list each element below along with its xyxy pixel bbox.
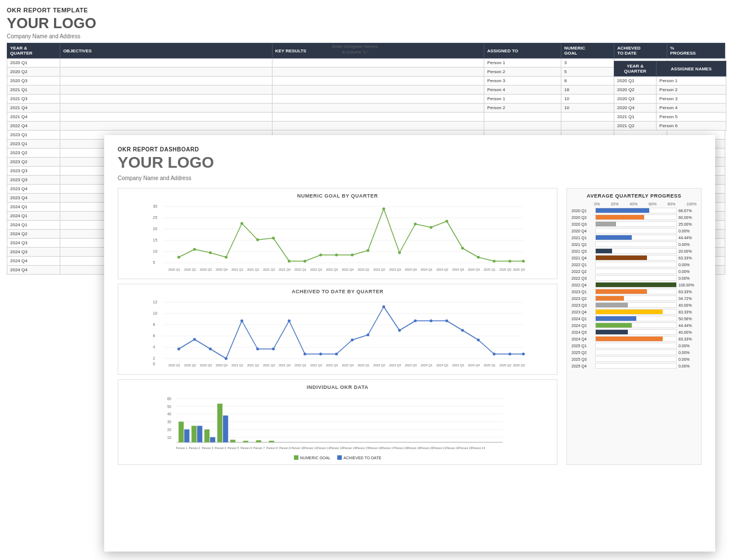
progress-row: 2020 Q4 0.00% (572, 228, 697, 234)
svg-text:2025
Q3: 2025 Q3 (513, 268, 525, 271)
svg-text:2025
Q1: 2025 Q1 (484, 268, 496, 271)
svg-rect-134 (191, 426, 197, 442)
svg-text:2021
Q3: 2021 Q3 (263, 268, 275, 271)
bg-company: Company Name and Address (7, 33, 725, 39)
svg-text:2023
Q3: 2023 Q3 (389, 364, 401, 367)
svg-text:4: 4 (153, 345, 155, 349)
header-year-quarter: YEAR &QUARTER (7, 43, 60, 59)
svg-text:50: 50 (167, 405, 172, 409)
cell-key-results (272, 95, 484, 104)
svg-text:2022
Q3: 2022 Q3 (326, 364, 338, 367)
progress-percentage: 40.00% (679, 330, 697, 334)
svg-text:Person 4: Person 4 (215, 446, 226, 450)
progress-percentage: 0.00% (679, 344, 697, 348)
assignee-yq: 2021 Q1 (614, 113, 657, 122)
progress-bar (596, 310, 663, 314)
progress-bar (596, 296, 624, 301)
cell-objectives (60, 86, 273, 95)
progress-bar-container (595, 309, 677, 315)
svg-point-77 (256, 348, 259, 351)
svg-text:2025
Q2: 2025 Q2 (499, 268, 511, 271)
achieved-title: ACHEIVED TO DATE BY QUARTER (123, 289, 552, 294)
svg-point-18 (272, 237, 275, 240)
progress-bar (596, 283, 676, 287)
progress-row-label: 2020 Q2 (572, 216, 595, 219)
svg-text:2023
Q4: 2023 Q4 (405, 268, 417, 271)
svg-rect-136 (204, 429, 209, 442)
svg-point-85 (382, 306, 385, 308)
cell-objectives (60, 95, 273, 104)
svg-text:2024
Q1: 2024 Q1 (421, 364, 432, 367)
svg-rect-142 (256, 440, 261, 442)
progress-percentage: 44.44% (679, 324, 697, 328)
charts-column: NUMERIC GOAL BY QUARTER 30 25 20 15 10 5 (118, 188, 557, 465)
progress-percentage: 0.00% (679, 270, 697, 274)
svg-point-24 (367, 249, 369, 252)
cell-objectives (60, 113, 273, 122)
svg-text:25: 25 (153, 216, 158, 219)
svg-text:60: 60 (167, 397, 172, 401)
assignee-row: 2020 Q1 Person 1 (614, 77, 726, 86)
svg-text:2020
Q1: 2020 Q1 (168, 364, 180, 367)
progress-row-label: 2023 Q4 (572, 310, 595, 314)
svg-text:Person 18: Person 18 (395, 446, 408, 450)
assignee-name: Person 3 (657, 95, 726, 104)
cell-year-quarter: 2023 Q1 (7, 131, 60, 140)
svg-text:30: 30 (167, 420, 172, 424)
svg-rect-135 (197, 426, 202, 442)
svg-text:2021
Q1: 2021 Q1 (231, 364, 243, 367)
svg-text:30: 30 (153, 204, 158, 208)
cell-year-quarter: 2024 Q1 (7, 212, 60, 221)
progress-bar-container (595, 235, 677, 240)
svg-point-92 (493, 353, 496, 356)
progress-row-label: 2023 Q1 (572, 290, 595, 294)
progress-bar (596, 222, 616, 226)
svg-rect-133 (184, 429, 189, 442)
cell-year-quarter: 2024 Q3 (7, 248, 60, 257)
svg-point-86 (398, 329, 401, 332)
svg-text:2021
Q1: 2021 Q1 (231, 268, 243, 271)
svg-text:Person 9: Person 9 (279, 446, 291, 450)
svg-text:40: 40 (167, 412, 172, 416)
progress-bar-container (595, 214, 677, 220)
svg-point-74 (209, 348, 212, 351)
cell-year-quarter: 2024 Q2 (7, 230, 60, 239)
svg-text:0: 0 (153, 362, 155, 366)
header-assigned-to: ASSIGNED TO (484, 43, 561, 59)
progress-percentage: 63.33% (679, 256, 697, 260)
svg-text:Person 17: Person 17 (382, 446, 395, 450)
cell-year-quarter: 2020 Q3 (7, 77, 60, 86)
progress-row-label: 2022 Q2 (572, 270, 595, 274)
cell-goal: 5 (561, 68, 614, 77)
svg-point-27 (414, 223, 417, 226)
progress-percentage: 83.33% (679, 310, 697, 314)
cell-objectives (60, 104, 273, 113)
progress-row-label: 2022 Q3 (572, 276, 595, 280)
progress-bar (596, 208, 649, 213)
svg-point-22 (335, 254, 338, 257)
svg-point-31 (477, 256, 480, 259)
svg-rect-132 (178, 422, 184, 442)
svg-point-30 (461, 247, 464, 250)
cell-assigned (484, 122, 561, 131)
cell-year-quarter: 2020 Q2 (7, 68, 60, 77)
progress-row: 2021 Q2 0.00% (572, 241, 697, 247)
progress-row: 2023 Q3 40.00% (572, 302, 697, 308)
progress-row: 2023 Q1 63.33% (572, 289, 697, 294)
progress-percentage: 60.00% (679, 216, 697, 219)
progress-bar-container (595, 316, 677, 321)
progress-percentage: 25.00% (679, 222, 697, 226)
progress-row: 2025 Q2 0.00% (572, 350, 697, 355)
progress-bar-container (595, 343, 677, 348)
progress-bar-container (595, 363, 677, 369)
assignee-row: 2021 Q2 Person 6 (614, 122, 726, 131)
assignee-row: 2021 Q1 Person 5 (614, 113, 726, 122)
cell-assigned: Person 1 (484, 59, 561, 68)
svg-text:Person 11: Person 11 (304, 446, 317, 450)
cell-year-quarter: 2023 Q1 (7, 140, 60, 149)
progress-row: 2022 Q2 0.00% (572, 268, 697, 274)
progress-bar-container (595, 302, 677, 308)
header-numeric-goal: NUMERICGOAL (561, 43, 614, 59)
progress-percentage: 50.56% (679, 317, 697, 321)
svg-text:2021
Q4: 2021 Q4 (279, 364, 291, 367)
